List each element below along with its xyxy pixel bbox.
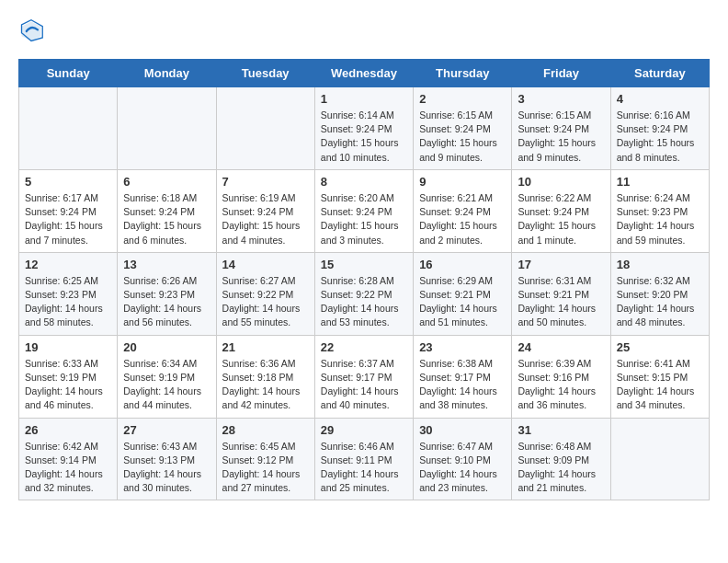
day-number: 9 [419,175,506,189]
cell-info: Sunrise: 6:29 AM Sunset: 9:21 PM Dayligh… [419,274,506,330]
calendar-cell: 25Sunrise: 6:41 AM Sunset: 9:15 PM Dayli… [610,335,709,418]
calendar-cell: 28Sunrise: 6:45 AM Sunset: 9:12 PM Dayli… [216,418,314,500]
cell-info: Sunrise: 6:39 AM Sunset: 9:16 PM Dayligh… [518,357,604,413]
day-number: 23 [419,340,506,354]
cell-info: Sunrise: 6:33 AM Sunset: 9:19 PM Dayligh… [25,357,111,413]
cell-info: Sunrise: 6:18 AM Sunset: 9:24 PM Dayligh… [123,191,210,247]
weekday-header-thursday: Thursday [414,60,512,87]
day-number: 22 [321,340,407,354]
calendar-cell: 17Sunrise: 6:31 AM Sunset: 9:21 PM Dayli… [512,252,610,335]
calendar-cell [216,87,314,170]
weekday-header-friday: Friday [512,60,610,87]
cell-info: Sunrise: 6:15 AM Sunset: 9:24 PM Dayligh… [518,109,604,165]
calendar-week-row: 26Sunrise: 6:42 AM Sunset: 9:14 PM Dayli… [19,418,710,500]
cell-info: Sunrise: 6:26 AM Sunset: 9:23 PM Dayligh… [123,274,210,330]
day-number: 20 [123,340,210,354]
cell-info: Sunrise: 6:15 AM Sunset: 9:24 PM Dayligh… [419,109,506,165]
cell-info: Sunrise: 6:42 AM Sunset: 9:14 PM Dayligh… [25,440,111,496]
calendar-week-row: 5Sunrise: 6:17 AM Sunset: 9:24 PM Daylig… [19,169,710,252]
day-number: 25 [617,340,703,354]
day-number: 16 [419,258,506,271]
cell-info: Sunrise: 6:22 AM Sunset: 9:24 PM Dayligh… [518,191,604,247]
calendar-cell: 7Sunrise: 6:19 AM Sunset: 9:24 PM Daylig… [216,169,314,252]
cell-info: Sunrise: 6:45 AM Sunset: 9:12 PM Dayligh… [222,440,309,496]
calendar-cell: 8Sunrise: 6:20 AM Sunset: 9:24 PM Daylig… [314,169,413,252]
calendar-cell: 19Sunrise: 6:33 AM Sunset: 9:19 PM Dayli… [19,335,118,418]
cell-info: Sunrise: 6:28 AM Sunset: 9:22 PM Dayligh… [321,274,407,330]
cell-info: Sunrise: 6:47 AM Sunset: 9:10 PM Dayligh… [419,440,506,496]
calendar-cell: 3Sunrise: 6:15 AM Sunset: 9:24 PM Daylig… [512,87,610,170]
calendar-cell: 16Sunrise: 6:29 AM Sunset: 9:21 PM Dayli… [414,252,512,335]
day-number: 21 [222,340,309,354]
day-number: 27 [123,423,210,437]
cell-info: Sunrise: 6:24 AM Sunset: 9:23 PM Dayligh… [617,191,703,247]
logo-icon [18,18,44,44]
calendar-cell: 15Sunrise: 6:28 AM Sunset: 9:22 PM Dayli… [314,252,413,335]
calendar-cell: 1Sunrise: 6:14 AM Sunset: 9:24 PM Daylig… [314,87,413,170]
weekday-header-saturday: Saturday [610,60,709,87]
calendar-cell: 18Sunrise: 6:32 AM Sunset: 9:20 PM Dayli… [610,252,709,335]
calendar-cell: 30Sunrise: 6:47 AM Sunset: 9:10 PM Dayli… [414,418,512,500]
weekday-header-monday: Monday [118,60,216,87]
calendar-cell: 5Sunrise: 6:17 AM Sunset: 9:24 PM Daylig… [19,169,118,252]
logo [18,18,48,44]
cell-info: Sunrise: 6:19 AM Sunset: 9:24 PM Dayligh… [222,191,309,247]
page-header [18,18,710,44]
cell-info: Sunrise: 6:14 AM Sunset: 9:24 PM Dayligh… [321,109,407,165]
day-number: 7 [222,175,309,189]
calendar-cell: 29Sunrise: 6:46 AM Sunset: 9:11 PM Dayli… [314,418,413,500]
day-number: 13 [123,258,210,271]
calendar-cell: 13Sunrise: 6:26 AM Sunset: 9:23 PM Dayli… [118,252,216,335]
calendar-week-row: 12Sunrise: 6:25 AM Sunset: 9:23 PM Dayli… [19,252,710,335]
calendar-cell: 20Sunrise: 6:34 AM Sunset: 9:19 PM Dayli… [118,335,216,418]
weekday-header-sunday: Sunday [19,60,118,87]
calendar-cell: 10Sunrise: 6:22 AM Sunset: 9:24 PM Dayli… [512,169,610,252]
weekday-header-wednesday: Wednesday [314,60,413,87]
calendar-cell: 21Sunrise: 6:36 AM Sunset: 9:18 PM Dayli… [216,335,314,418]
day-number: 8 [321,175,407,189]
calendar-cell: 23Sunrise: 6:38 AM Sunset: 9:17 PM Dayli… [414,335,512,418]
cell-info: Sunrise: 6:27 AM Sunset: 9:22 PM Dayligh… [222,274,309,330]
calendar-cell: 9Sunrise: 6:21 AM Sunset: 9:24 PM Daylig… [414,169,512,252]
day-number: 28 [222,423,309,437]
calendar-cell [118,87,216,170]
day-number: 17 [518,258,604,271]
cell-info: Sunrise: 6:38 AM Sunset: 9:17 PM Dayligh… [419,357,506,413]
cell-info: Sunrise: 6:34 AM Sunset: 9:19 PM Dayligh… [123,357,210,413]
weekday-header-row: SundayMondayTuesdayWednesdayThursdayFrid… [19,60,710,87]
day-number: 19 [25,340,111,354]
cell-info: Sunrise: 6:21 AM Sunset: 9:24 PM Dayligh… [419,191,506,247]
day-number: 14 [222,258,309,271]
calendar-cell: 14Sunrise: 6:27 AM Sunset: 9:22 PM Dayli… [216,252,314,335]
day-number: 10 [518,175,604,189]
cell-info: Sunrise: 6:17 AM Sunset: 9:24 PM Dayligh… [25,191,111,247]
cell-info: Sunrise: 6:36 AM Sunset: 9:18 PM Dayligh… [222,357,309,413]
cell-info: Sunrise: 6:31 AM Sunset: 9:21 PM Dayligh… [518,274,604,330]
calendar-week-row: 1Sunrise: 6:14 AM Sunset: 9:24 PM Daylig… [19,87,710,170]
cell-info: Sunrise: 6:46 AM Sunset: 9:11 PM Dayligh… [321,440,407,496]
calendar-cell: 31Sunrise: 6:48 AM Sunset: 9:09 PM Dayli… [512,418,610,500]
calendar-cell: 12Sunrise: 6:25 AM Sunset: 9:23 PM Dayli… [19,252,118,335]
day-number: 1 [321,92,407,106]
cell-info: Sunrise: 6:43 AM Sunset: 9:13 PM Dayligh… [123,440,210,496]
day-number: 31 [518,423,604,437]
calendar-cell [19,87,118,170]
day-number: 24 [518,340,604,354]
day-number: 2 [419,92,506,106]
day-number: 26 [25,423,111,437]
calendar-cell: 22Sunrise: 6:37 AM Sunset: 9:17 PM Dayli… [314,335,413,418]
cell-info: Sunrise: 6:16 AM Sunset: 9:24 PM Dayligh… [617,109,703,165]
calendar-cell: 24Sunrise: 6:39 AM Sunset: 9:16 PM Dayli… [512,335,610,418]
day-number: 18 [617,258,703,271]
calendar-table: SundayMondayTuesdayWednesdayThursdayFrid… [18,59,710,500]
day-number: 15 [321,258,407,271]
weekday-header-tuesday: Tuesday [216,60,314,87]
calendar-cell: 26Sunrise: 6:42 AM Sunset: 9:14 PM Dayli… [19,418,118,500]
day-number: 3 [518,92,604,106]
day-number: 6 [123,175,210,189]
cell-info: Sunrise: 6:41 AM Sunset: 9:15 PM Dayligh… [617,357,703,413]
calendar-cell [610,418,709,500]
calendar-cell: 27Sunrise: 6:43 AM Sunset: 9:13 PM Dayli… [118,418,216,500]
day-number: 29 [321,423,407,437]
calendar-cell: 6Sunrise: 6:18 AM Sunset: 9:24 PM Daylig… [118,169,216,252]
